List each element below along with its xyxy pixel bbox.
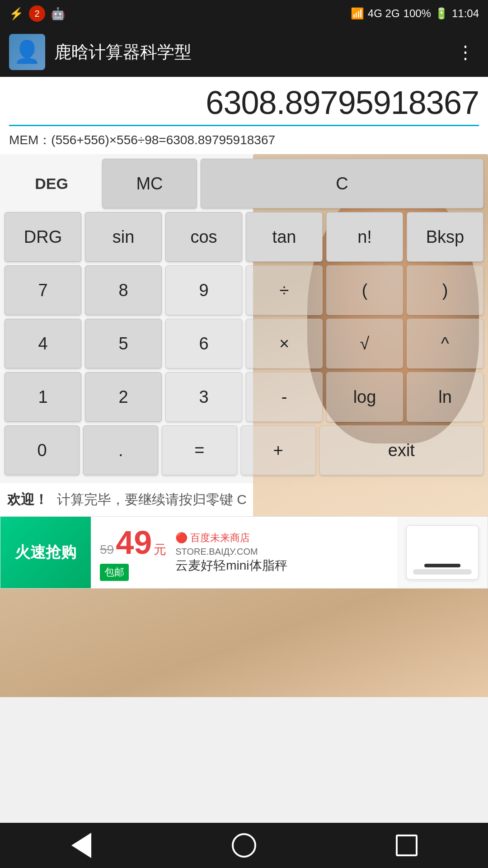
original-price: 59 bbox=[100, 542, 114, 557]
wifi-icon: 📶 bbox=[351, 7, 364, 20]
drg-button[interactable]: DRG bbox=[5, 212, 81, 262]
calc-row-2: 7 8 9 ÷ ( ) bbox=[5, 265, 483, 315]
mem-display: MEM：(556+556)×556÷98=6308.89795918367 bbox=[9, 126, 479, 152]
android-icon: 🤖 bbox=[51, 7, 65, 21]
app-avatar: 👤 bbox=[9, 34, 45, 70]
btn-power[interactable]: ^ bbox=[407, 319, 483, 368]
back-button[interactable] bbox=[63, 832, 99, 859]
btn-7[interactable]: 7 bbox=[5, 265, 81, 315]
btn-multiply[interactable]: × bbox=[246, 319, 323, 368]
tan-button[interactable]: tan bbox=[246, 212, 323, 262]
cos-button[interactable]: cos bbox=[165, 212, 242, 262]
btn-decimal[interactable]: . bbox=[83, 425, 158, 475]
status-bar: ⚡ 2 🤖 📶 4G 2G 100% 🔋 11:04 bbox=[0, 0, 488, 27]
home-icon bbox=[232, 833, 256, 858]
btn-log[interactable]: log bbox=[326, 372, 403, 422]
btn-add[interactable]: + bbox=[241, 425, 316, 475]
ad-product-image bbox=[397, 517, 488, 588]
time-display: 11:04 bbox=[452, 7, 479, 20]
battery-icon: 🔋 bbox=[435, 7, 448, 20]
btn-divide[interactable]: ÷ bbox=[246, 265, 323, 315]
btn-close-paren[interactable]: ) bbox=[407, 265, 483, 315]
btn-open-paren[interactable]: ( bbox=[326, 265, 403, 315]
btn-5[interactable]: 5 bbox=[85, 319, 162, 368]
btn-1[interactable]: 1 bbox=[5, 372, 81, 422]
calc-row-4: 1 2 3 - log ln bbox=[5, 372, 483, 422]
store-url: STORE.BAIДУ.COM bbox=[175, 547, 287, 557]
deg-indicator: DEG bbox=[5, 159, 99, 208]
c-button[interactable]: C bbox=[201, 159, 483, 208]
product-name: 云麦好轻mini体脂秤 bbox=[175, 557, 287, 574]
signal-text: 4G 2G bbox=[368, 7, 400, 20]
btn-4[interactable]: 4 bbox=[5, 319, 81, 368]
display-area: 6308.89795918367 MEM：(556+556)×556÷98=63… bbox=[0, 77, 488, 154]
back-icon bbox=[71, 833, 91, 858]
home-button[interactable] bbox=[226, 832, 262, 859]
btn-subtract[interactable]: - bbox=[246, 372, 323, 422]
calc-row-1: DRG sin cos tan n! Bksp bbox=[5, 212, 483, 262]
recents-button[interactable] bbox=[389, 832, 425, 859]
status-right-info: 📶 4G 2G 100% 🔋 11:04 bbox=[351, 7, 479, 20]
ad-description: 🔴 百度未来商店 STORE.BAIДУ.COM 云麦好轻mini体脂秤 bbox=[175, 531, 287, 574]
ad-center: 59 49 元 包邮 🔴 百度未来商店 STORE.BAIДУ.COM 云麦好轻… bbox=[91, 519, 397, 585]
notification-icon: 2 bbox=[29, 5, 45, 22]
calc-row-3: 4 5 6 × √ ^ bbox=[5, 319, 483, 368]
btn-3[interactable]: 3 bbox=[165, 372, 242, 422]
main-display: 6308.89795918367 bbox=[9, 84, 479, 126]
btn-ln[interactable]: ln bbox=[407, 372, 483, 422]
store-logo: 🔴 百度未来商店 bbox=[175, 531, 287, 545]
currency: 元 bbox=[154, 541, 166, 558]
ad-banner[interactable]: 火速抢购 59 49 元 包邮 🔴 百度未来商店 STORE.BAIДУ.COM… bbox=[0, 516, 488, 589]
app-title: 鹿晗计算器科学型 bbox=[54, 41, 443, 64]
menu-button[interactable]: ⋮ bbox=[452, 37, 479, 67]
btn-9[interactable]: 9 bbox=[165, 265, 242, 315]
ad-pricing: 59 49 元 包邮 bbox=[100, 524, 166, 581]
sale-price: 49 bbox=[116, 524, 152, 561]
ad-tag: 火速抢购 bbox=[0, 517, 91, 588]
app-bar: 👤 鹿晗计算器科学型 ⋮ bbox=[0, 27, 488, 77]
backspace-button[interactable]: Bksp bbox=[407, 212, 483, 262]
battery-text: 100% bbox=[404, 7, 431, 20]
sin-button[interactable]: sin bbox=[85, 212, 162, 262]
status-left-icons: ⚡ 2 🤖 bbox=[9, 5, 65, 22]
btn-sqrt[interactable]: √ bbox=[326, 319, 403, 368]
btn-2[interactable]: 2 bbox=[85, 372, 162, 422]
calc-row-0: DEG MC C bbox=[5, 159, 483, 208]
btn-equals[interactable]: = bbox=[162, 425, 237, 475]
calc-body: DEG MC C DRG sin cos tan n! Bksp 7 bbox=[0, 154, 488, 483]
bg-continuation bbox=[0, 589, 488, 697]
recents-icon bbox=[396, 835, 418, 856]
welcome-text: 欢迎！ bbox=[7, 491, 48, 509]
btn-6[interactable]: 6 bbox=[165, 319, 242, 368]
btn-8[interactable]: 8 bbox=[85, 265, 162, 315]
free-shipping-badge: 包邮 bbox=[100, 564, 129, 581]
mc-button[interactable]: MC bbox=[102, 159, 197, 208]
usb-icon: ⚡ bbox=[9, 7, 23, 21]
factorial-button[interactable]: n! bbox=[326, 212, 403, 262]
nav-bar bbox=[0, 823, 488, 868]
scale-image bbox=[406, 525, 479, 580]
message-text: 计算完毕，要继续请按归零键 C bbox=[57, 491, 247, 509]
btn-0[interactable]: 0 bbox=[5, 425, 80, 475]
calc-row-5: 0 . = + exit bbox=[5, 425, 483, 475]
btn-exit[interactable]: exit bbox=[319, 425, 483, 475]
